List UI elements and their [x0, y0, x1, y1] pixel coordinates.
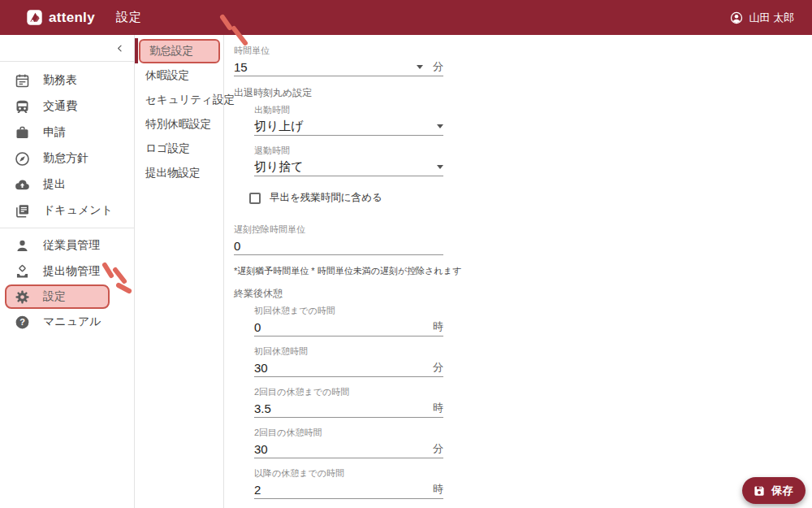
late-deduction-label: 遅刻控除時間単位 [234, 224, 443, 235]
app-header: attenly 設定 山田 太郎 [0, 0, 812, 35]
sidebar-item-label: 申請 [43, 125, 66, 140]
tab-label: 提出物設定 [145, 166, 201, 180]
tab-label: 休暇設定 [145, 68, 189, 83]
unit-suffix: 分 [433, 441, 443, 456]
clock-out-label: 退勤時間 [254, 145, 443, 156]
clock-in-rounding-value: 切り上げ [254, 119, 304, 134]
page-title: 設定 [116, 10, 142, 25]
sidebar-item-worksheet[interactable]: 勤務表 [0, 67, 134, 93]
early-overtime-checkbox[interactable] [249, 193, 261, 204]
late-deduction-note: *遅刻猶予時間単位 * 時間単位未満の遅刻が控除されます [234, 265, 477, 277]
brand-logo[interactable]: attenly [26, 9, 95, 26]
second-break-until-label: 2回目の休憩までの時間 [254, 387, 443, 397]
sidebar-item-transport-expense[interactable]: 交通費 [0, 93, 134, 119]
save-button[interactable]: 保存 [742, 477, 806, 504]
compass-icon [14, 150, 31, 167]
tab-attendance-settings[interactable]: 勤怠設定 [139, 39, 220, 63]
second-break-duration-input[interactable] [254, 442, 433, 456]
save-button-label: 保存 [771, 484, 793, 498]
unit-suffix: 時 [433, 319, 443, 334]
tab-submission-settings[interactable]: 提出物設定 [135, 161, 223, 185]
tab-security-settings[interactable]: セキュリティ設定 [135, 88, 223, 112]
attenly-settings-page: attenly 設定 山田 太郎 [0, 0, 812, 508]
sidebar-item-label: 勤務表 [43, 73, 77, 88]
clock-out-rounding-value: 切り捨て [254, 159, 304, 175]
chevron-down-icon [437, 165, 443, 169]
time-unit-value: 15 [234, 60, 248, 74]
unit-suffix: 分 [433, 360, 443, 375]
subsequent-break-until-input[interactable] [254, 483, 433, 497]
time-unit-select[interactable]: 15 分 [234, 58, 443, 76]
second-break-duration-label: 2回目の休憩時間 [254, 428, 443, 438]
clock-out-rounding-select[interactable]: 切り捨て [254, 158, 443, 176]
time-unit-suffix: 分 [433, 59, 443, 74]
first-break-until-input[interactable] [254, 320, 433, 334]
save-icon [752, 484, 767, 498]
late-deduction-input[interactable] [234, 239, 443, 253]
sidebar-item-employee-management[interactable]: 従業員管理 [0, 232, 134, 258]
sidebar-item-label: 提出 [43, 177, 66, 192]
tab-logo-settings[interactable]: ロゴ設定 [135, 137, 223, 161]
chevron-down-icon [437, 124, 443, 128]
sidebar-item-application[interactable]: 申請 [0, 119, 134, 145]
account-icon [729, 11, 744, 25]
clock-in-rounding-select[interactable]: 切り上げ [254, 117, 443, 136]
sidebar-item-label: 設定 [43, 289, 66, 304]
sidebar-item-settings[interactable]: 設定 [5, 284, 110, 309]
early-overtime-checkbox-label: 早出を残業時間に含める [270, 191, 382, 205]
time-unit-label: 時間単位 [234, 46, 443, 56]
sidebar-item-label: ドキュメント [43, 203, 113, 218]
first-break-duration-label: 初回休憩時間 [254, 346, 443, 357]
documents-icon [14, 202, 31, 219]
tab-vacation-settings[interactable]: 休暇設定 [135, 63, 223, 88]
settings-tab-list: 勤怠設定 休暇設定 セキュリティ設定 特別休暇設定 ロゴ設定 提出物設定 [135, 35, 224, 508]
approval-icon [14, 263, 31, 280]
sidebar-divider [0, 228, 134, 228]
gear-icon [14, 289, 31, 306]
user-menu[interactable]: 山田 太郎 [729, 11, 794, 25]
after-work-break-section-label: 終業後休憩 [234, 287, 812, 301]
active-tab-indicator [135, 38, 138, 63]
tab-label: ロゴ設定 [145, 141, 190, 156]
tab-special-vacation-settings[interactable]: 特別休暇設定 [135, 112, 223, 137]
first-break-duration-input[interactable] [254, 361, 433, 375]
cloud-upload-icon [14, 176, 31, 193]
clock-in-label: 出勤時間 [254, 105, 443, 115]
sidebar-item-documents[interactable]: ドキュメント [0, 198, 134, 224]
sidebar-item-manual[interactable]: ? マニュアル [0, 309, 134, 335]
chevron-down-icon [417, 65, 423, 69]
first-break-until-label: 初回休憩までの時間 [254, 306, 443, 316]
sidebar-item-label: マニュアル [43, 315, 102, 329]
person-icon [14, 237, 31, 254]
tab-label: セキュリティ設定 [145, 93, 235, 107]
primary-sidebar: 勤務表 交通費 申請 [0, 35, 135, 508]
sidebar-item-label: 提出物管理 [43, 264, 100, 279]
unit-suffix: 時 [433, 401, 443, 415]
second-break-until-input[interactable] [254, 402, 433, 415]
attenly-logo-icon [26, 9, 43, 26]
brand-wordmark: attenly [49, 10, 95, 26]
sidebar-item-label: 交通費 [43, 99, 77, 114]
train-icon [14, 98, 31, 115]
sidebar-item-submission[interactable]: 提出 [0, 172, 134, 198]
attendance-settings-form: 時間単位 15 分 出退時刻丸め設定 出勤時間 切り上げ 退勤時間 [224, 35, 812, 508]
tab-label: 勤怠設定 [149, 44, 193, 59]
sidebar-item-attendance-policy[interactable]: 勤怠方針 [0, 145, 134, 172]
calendar-icon [14, 72, 31, 89]
sidebar-item-label: 勤怠方針 [43, 151, 89, 166]
sidebar-collapse-row [0, 35, 134, 62]
rounding-section-label: 出退時刻丸め設定 [234, 86, 812, 100]
svg-text:?: ? [19, 317, 25, 327]
tab-label: 特別休暇設定 [145, 117, 211, 132]
briefcase-icon [14, 124, 31, 141]
sidebar-item-label: 従業員管理 [43, 238, 100, 253]
sidebar-item-submission-management[interactable]: 提出物管理 [0, 258, 134, 284]
collapse-sidebar-icon[interactable] [114, 42, 126, 54]
subsequent-break-until-label: 以降の休憩までの時間 [254, 468, 443, 479]
help-icon: ? [14, 314, 31, 331]
unit-suffix: 時 [433, 482, 443, 497]
user-name: 山田 太郎 [749, 11, 794, 25]
